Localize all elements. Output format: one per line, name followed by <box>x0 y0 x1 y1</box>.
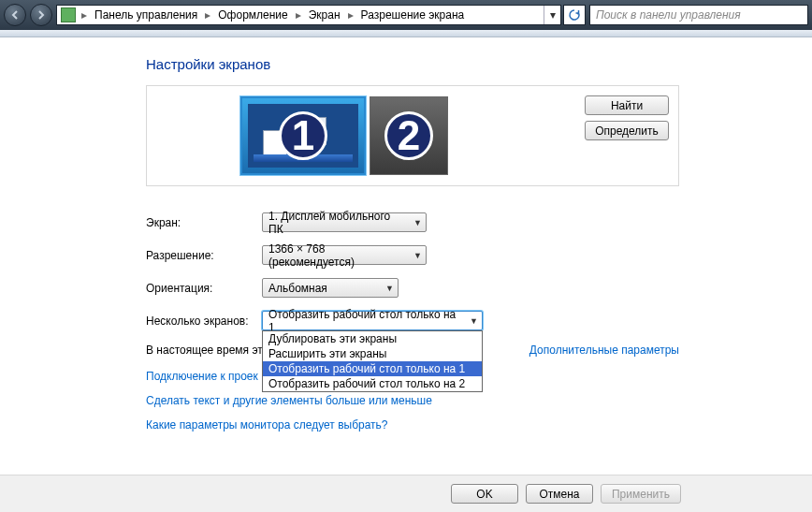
dropdown-list: Дублировать эти экраны Расширить эти экр… <box>262 330 483 392</box>
chevron-right-icon: ▸ <box>294 8 303 22</box>
page-title: Настройки экранов <box>146 56 812 72</box>
multiple-displays-label: Несколько экранов: <box>146 315 262 328</box>
chevron-down-icon: ▼ <box>470 316 478 326</box>
monitor-number: 1 <box>279 111 327 160</box>
display-preview: 1 2 Найти Определить <box>146 85 679 186</box>
orientation-label: Ориентация: <box>146 282 262 295</box>
identify-button[interactable]: Определить <box>585 121 669 140</box>
chevron-down-icon: ▼ <box>385 284 394 293</box>
breadcrumb-item[interactable]: Разрешение экрана <box>355 6 471 24</box>
breadcrumb[interactable]: ▸ Панель управления ▸ Оформление ▸ Экран… <box>56 5 561 25</box>
orientation-dropdown[interactable]: Альбомная ▼ <box>262 278 399 298</box>
text-size-link[interactable]: Сделать текст и другие элементы больше и… <box>146 394 432 407</box>
resolution-dropdown[interactable]: 1366 × 768 (рекомендуется) ▼ <box>262 245 427 265</box>
detect-button[interactable]: Найти <box>585 95 669 115</box>
refresh-button[interactable] <box>563 5 586 25</box>
address-bar: ▸ Панель управления ▸ Оформление ▸ Экран… <box>0 0 812 30</box>
monitor-params-link[interactable]: Какие параметры монитора следует выбрать… <box>146 418 388 432</box>
control-panel-icon <box>61 7 76 22</box>
nav-forward-button[interactable] <box>30 4 52 26</box>
refresh-icon <box>568 8 581 22</box>
display-dropdown[interactable]: 1. Дисплей мобильного ПК ▼ <box>262 212 427 232</box>
chevron-right-icon: ▸ <box>80 8 89 22</box>
address-dropdown-button[interactable]: ▾ <box>544 6 560 24</box>
chevron-right-icon: ▸ <box>346 8 355 22</box>
toolbar <box>0 30 812 37</box>
resolution-label: Разрешение: <box>146 249 262 262</box>
dropdown-option[interactable]: Расширить эти экраны <box>263 346 482 361</box>
breadcrumb-item[interactable]: Оформление <box>212 6 293 24</box>
dropdown-option[interactable]: Отобразить рабочий стол только на 2 <box>263 376 482 391</box>
arrow-right-icon <box>36 10 46 20</box>
current-note: В настоящее время это <box>146 344 268 357</box>
arrow-left-icon <box>10 10 20 20</box>
ok-button[interactable]: OK <box>451 484 518 504</box>
advanced-settings-link[interactable]: Дополнительные параметры <box>529 344 679 357</box>
chevron-right-icon: ▸ <box>203 8 212 22</box>
apply-button: Применить <box>601 484 681 504</box>
content-area: Настройки экранов 1 2 Найти Определить Э… <box>0 37 812 456</box>
monitor-number: 2 <box>384 111 433 160</box>
breadcrumb-item[interactable]: Панель управления <box>89 6 203 24</box>
display-label: Экран: <box>146 216 262 229</box>
chevron-down-icon: ▼ <box>413 218 422 227</box>
search-input[interactable]: Поиск в панели управления <box>589 5 808 25</box>
chevron-down-icon: ▼ <box>413 251 422 260</box>
monitor-2[interactable]: 2 <box>370 96 448 175</box>
dropdown-option[interactable]: Отобразить рабочий стол только на 1 <box>263 361 482 376</box>
projector-link[interactable]: Подключение к проек <box>146 370 258 383</box>
cancel-button[interactable]: Отмена <box>526 484 593 504</box>
monitor-1[interactable]: 1 <box>240 96 366 175</box>
multiple-displays-dropdown[interactable]: Отобразить рабочий стол только на 1 ▼ Ду… <box>262 311 483 330</box>
dialog-buttons: OK Отмена Применить <box>0 475 812 512</box>
nav-back-button[interactable] <box>4 4 26 26</box>
dropdown-option[interactable]: Дублировать эти экраны <box>263 331 482 346</box>
breadcrumb-item[interactable]: Экран <box>303 6 346 24</box>
